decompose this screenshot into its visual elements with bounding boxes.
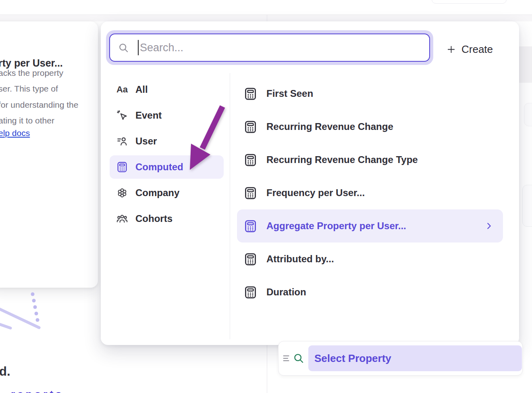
property-item[interactable]: Attributed by... xyxy=(237,247,503,271)
background-control-fragment xyxy=(432,0,507,4)
category-item-event[interactable]: Event xyxy=(110,104,224,127)
property-label: Recurring Revenue Change Type xyxy=(266,154,418,165)
decorative-illustration xyxy=(0,288,52,333)
search-icon xyxy=(118,42,129,53)
calculator-icon xyxy=(243,120,258,134)
modal-column-divider xyxy=(230,73,230,339)
calculator-icon xyxy=(243,186,258,200)
aa-icon: Aa xyxy=(116,84,128,96)
category-item-computed[interactable]: Computed xyxy=(110,155,224,179)
top-band xyxy=(0,15,532,21)
green-search-icon xyxy=(293,353,304,364)
text-cursor xyxy=(138,40,139,55)
property-item[interactable]: First Seen xyxy=(237,82,503,106)
search-input[interactable] xyxy=(140,42,422,54)
search-field[interactable] xyxy=(109,33,430,62)
tooltip-line: acks the property xyxy=(0,65,78,81)
clipped-purple-text-fragment: reports xyxy=(11,388,64,393)
property-label: Aggregate Property per User... xyxy=(266,220,406,232)
plus-icon xyxy=(447,45,456,54)
calculator-icon xyxy=(243,285,258,299)
select-property-control: Select Property xyxy=(278,341,523,376)
category-item-all[interactable]: Aa All xyxy=(110,78,224,101)
calculator-icon xyxy=(243,252,258,266)
app-screenshot: rty per User... acks the property ser. T… xyxy=(0,0,532,393)
user-icon xyxy=(116,135,128,147)
property-item-selected[interactable]: Aggregate Property per User... xyxy=(237,209,503,242)
calculator-icon xyxy=(243,87,258,101)
tooltip-description: acks the property ser. This type of for … xyxy=(0,65,78,129)
cursor-click-icon xyxy=(116,109,128,121)
list-lines-icon xyxy=(283,354,290,362)
property-label: Recurring Revenue Change xyxy=(266,121,393,132)
category-label: Cohorts xyxy=(135,213,172,224)
category-label: All xyxy=(135,84,148,95)
background-card-fragment xyxy=(522,185,532,227)
category-label: Computed xyxy=(135,161,183,173)
calculator-icon xyxy=(116,161,128,173)
category-label: User xyxy=(135,136,157,147)
clipped-heading-fragment: d. xyxy=(0,364,10,379)
property-label: First Seen xyxy=(266,88,313,99)
property-label: Duration xyxy=(266,286,306,298)
create-button-label: Create xyxy=(461,43,493,56)
property-item[interactable]: Recurring Revenue Change Type xyxy=(237,148,503,172)
background-card-fragment xyxy=(524,103,532,126)
category-item-company[interactable]: Company xyxy=(110,181,224,205)
category-label: Event xyxy=(135,110,162,121)
property-help-tooltip: rty per User... acks the property ser. T… xyxy=(0,21,98,288)
tooltip-line: ser. This type of xyxy=(0,81,78,96)
create-button[interactable]: Create xyxy=(447,40,493,58)
company-icon xyxy=(116,187,128,199)
property-label: Frequency per User... xyxy=(266,187,365,199)
category-item-cohorts[interactable]: Cohorts xyxy=(110,207,224,230)
search-focus-halo xyxy=(106,30,433,65)
property-picker-modal: Create Aa All Event xyxy=(101,21,519,345)
tooltip-line: ating it to other xyxy=(0,113,78,128)
select-property-button[interactable]: Select Property xyxy=(308,345,522,371)
background-row-fragment xyxy=(519,46,532,83)
help-docs-link[interactable]: elp docs xyxy=(0,128,30,138)
select-property-label: Select Property xyxy=(314,352,391,365)
property-item[interactable]: Duration xyxy=(237,280,503,304)
category-label: Company xyxy=(135,187,179,199)
property-item[interactable]: Recurring Revenue Change xyxy=(237,115,503,139)
property-label: Attributed by... xyxy=(266,253,334,265)
cohorts-icon xyxy=(116,213,128,225)
category-item-user[interactable]: User xyxy=(110,130,224,153)
tooltip-line: for understanding the xyxy=(0,97,78,113)
calculator-icon xyxy=(243,219,258,233)
chevron-right-icon xyxy=(484,222,493,230)
property-item[interactable]: Frequency per User... xyxy=(237,181,503,205)
calculator-icon xyxy=(243,153,258,167)
